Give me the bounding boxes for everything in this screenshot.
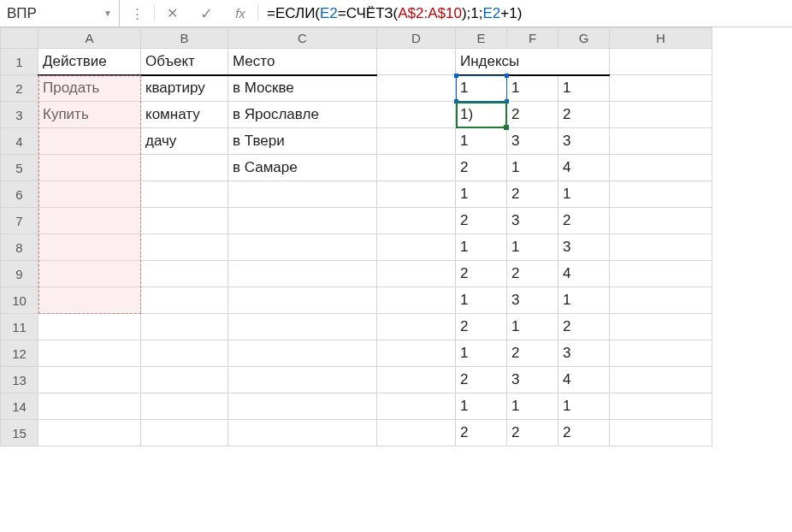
col-header-A[interactable]: A <box>38 28 141 49</box>
cell-A5[interactable] <box>38 155 141 181</box>
chevron-down-icon[interactable]: ▼ <box>103 9 112 18</box>
cell-C7[interactable] <box>228 208 377 234</box>
cell-G8[interactable]: 3 <box>559 234 610 261</box>
cell-G3[interactable]: 2 <box>559 102 610 128</box>
row-header-8[interactable]: 8 <box>1 234 38 261</box>
row-header-11[interactable]: 11 <box>1 314 38 340</box>
header-indices[interactable]: Индексы <box>456 49 610 75</box>
cell-F14[interactable]: 1 <box>507 393 559 420</box>
row-header-1[interactable]: 1 <box>1 49 38 75</box>
col-header-G[interactable]: G <box>559 28 610 49</box>
cell-B15[interactable] <box>141 420 228 446</box>
cell-E12[interactable]: 1 <box>456 340 507 367</box>
cell-G4[interactable]: 3 <box>559 128 610 155</box>
cell-D13[interactable] <box>377 367 456 393</box>
cell-E6[interactable]: 1 <box>456 181 507 208</box>
cell-B14[interactable] <box>141 393 228 420</box>
cell-A1[interactable]: Действие <box>38 49 141 75</box>
cell-A11[interactable] <box>38 314 141 340</box>
cell-A8[interactable] <box>38 234 141 261</box>
fx-icon[interactable]: fx <box>223 0 257 27</box>
cell-A3[interactable]: Купить <box>38 102 141 128</box>
cell-C10[interactable] <box>228 287 377 314</box>
cell-D9[interactable] <box>377 261 456 287</box>
cell-E14[interactable]: 1 <box>456 393 507 420</box>
cell-D8[interactable] <box>377 234 456 261</box>
cell-H8[interactable] <box>610 234 712 261</box>
cell-B10[interactable] <box>141 287 228 314</box>
row-header-14[interactable]: 14 <box>1 393 38 420</box>
cell-D1[interactable] <box>377 49 456 75</box>
cell-E11[interactable]: 2 <box>456 314 507 340</box>
cell-F2[interactable]: 1 <box>507 75 559 102</box>
cell-H9[interactable] <box>610 261 712 287</box>
cell-D3[interactable] <box>377 102 456 128</box>
cell-D7[interactable] <box>377 208 456 234</box>
cell-A15[interactable] <box>38 420 141 446</box>
select-all-corner[interactable] <box>1 28 38 49</box>
cell-C5[interactable]: в Самаре <box>228 155 377 181</box>
cell-D12[interactable] <box>377 340 456 367</box>
row-header-10[interactable]: 10 <box>1 287 38 314</box>
cell-E7[interactable]: 2 <box>456 208 507 234</box>
cell-G6[interactable]: 1 <box>559 181 610 208</box>
cell-G5[interactable]: 4 <box>559 155 610 181</box>
cell-B9[interactable] <box>141 261 228 287</box>
cell-B2[interactable]: квартиру <box>141 75 228 102</box>
cell-A9[interactable] <box>38 261 141 287</box>
cell-H2[interactable] <box>610 75 712 102</box>
cell-C1[interactable]: Место <box>228 49 377 75</box>
cell-F6[interactable]: 2 <box>507 181 559 208</box>
cell-D2[interactable] <box>377 75 456 102</box>
enter-button[interactable]: ✓ <box>189 0 223 27</box>
cell-E4[interactable]: 1 <box>456 128 507 155</box>
cell-F10[interactable]: 3 <box>507 287 559 314</box>
cell-C4[interactable]: в Твери <box>228 128 377 155</box>
cell-D10[interactable] <box>377 287 456 314</box>
cell-F11[interactable]: 1 <box>507 314 559 340</box>
cell-B5[interactable] <box>141 155 228 181</box>
cell-H5[interactable] <box>610 155 712 181</box>
cell-D5[interactable] <box>377 155 456 181</box>
cell-B8[interactable] <box>141 234 228 261</box>
row-header-15[interactable]: 15 <box>1 420 38 446</box>
cell-E2[interactable]: 1 <box>456 75 507 102</box>
cell-C6[interactable] <box>228 181 377 208</box>
cell-F4[interactable]: 3 <box>507 128 559 155</box>
cell-D11[interactable] <box>377 314 456 340</box>
cell-F8[interactable]: 1 <box>507 234 559 261</box>
cell-A4[interactable] <box>38 128 141 155</box>
col-header-C[interactable]: C <box>228 28 377 49</box>
cell-H4[interactable] <box>610 128 712 155</box>
cell-C9[interactable] <box>228 261 377 287</box>
col-header-H[interactable]: H <box>610 28 712 49</box>
cell-F13[interactable]: 3 <box>507 367 559 393</box>
row-header-13[interactable]: 13 <box>1 367 38 393</box>
cancel-button[interactable]: ✕ <box>155 0 189 27</box>
row-header-3[interactable]: 3 <box>1 102 38 128</box>
cell-G7[interactable]: 2 <box>559 208 610 234</box>
expand-icon[interactable]: ⋮ <box>120 0 154 27</box>
cell-E9[interactable]: 2 <box>456 261 507 287</box>
cell-H13[interactable] <box>610 367 712 393</box>
col-header-D[interactable]: D <box>377 28 456 49</box>
cell-F7[interactable]: 3 <box>507 208 559 234</box>
cell-C14[interactable] <box>228 393 377 420</box>
cell-G9[interactable]: 4 <box>559 261 610 287</box>
cell-D15[interactable] <box>377 420 456 446</box>
cell-F3[interactable]: 2 <box>507 102 559 128</box>
cell-B3[interactable]: комнату <box>141 102 228 128</box>
row-header-4[interactable]: 4 <box>1 128 38 155</box>
cell-B7[interactable] <box>141 208 228 234</box>
cell-E8[interactable]: 1 <box>456 234 507 261</box>
cell-B11[interactable] <box>141 314 228 340</box>
cell-B4[interactable]: дачу <box>141 128 228 155</box>
cell-H6[interactable] <box>610 181 712 208</box>
cell-C2[interactable]: в Москве <box>228 75 377 102</box>
row-header-9[interactable]: 9 <box>1 261 38 287</box>
cell-A2[interactable]: Продать <box>38 75 141 102</box>
cell-H10[interactable] <box>610 287 712 314</box>
cell-F15[interactable]: 2 <box>507 420 559 446</box>
cell-A13[interactable] <box>38 367 141 393</box>
cell-F9[interactable]: 2 <box>507 261 559 287</box>
